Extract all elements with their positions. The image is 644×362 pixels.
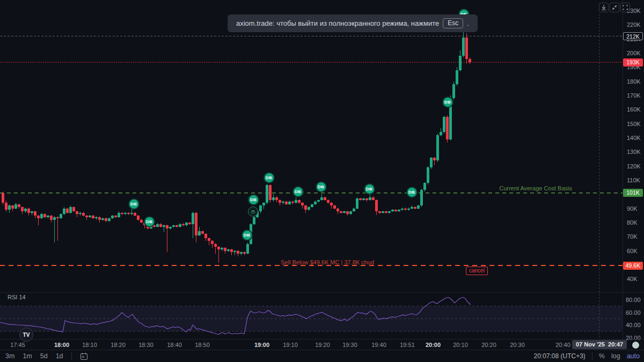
price-tick: 120K: [627, 163, 641, 169]
candle-body: [172, 225, 175, 227]
candle-body: [446, 117, 449, 139]
candle-body: [298, 200, 301, 203]
candle-body: [211, 241, 214, 243]
candle-body: [63, 209, 65, 215]
db-trade-marker[interactable]: DB: [144, 216, 155, 227]
candle-body: [317, 200, 320, 202]
interval-button-1m[interactable]: 1m: [23, 352, 32, 360]
candle-body: [262, 203, 265, 205]
sell-below-label: Sell Below $49.6K MC | 37.8K chud: [281, 259, 374, 265]
candle-body: [182, 224, 185, 226]
interval-button-3m[interactable]: 3m: [5, 352, 14, 360]
cancel-button[interactable]: cancel: [466, 267, 488, 275]
candle-body: [423, 183, 426, 190]
db-trade-marker[interactable]: DB: [364, 183, 375, 195]
candle-body: [266, 185, 268, 203]
candle-body: [327, 200, 330, 203]
candle-body: [21, 207, 24, 211]
auto-scale-button[interactable]: auto: [627, 352, 640, 360]
time-axis[interactable]: 17:4518:0018:1018:2018:3018:4018:5019:00…: [0, 339, 644, 350]
time-tick: 20:40: [555, 342, 570, 348]
candle-body: [121, 213, 123, 215]
cost-basis-price-label: 101K: [623, 189, 643, 197]
db-trade-marker[interactable]: DB: [292, 186, 304, 197]
candle-body: [118, 213, 120, 217]
candle-body: [92, 216, 94, 218]
candle-body: [233, 251, 236, 253]
price-axis[interactable]: 230K220K210K200K190K180K170K160K150K140K…: [623, 0, 644, 339]
candle-body: [50, 216, 53, 220]
time-tick: 18:40: [167, 342, 182, 348]
candle-body: [375, 200, 378, 211]
esc-key: Esc: [443, 18, 463, 28]
tv-logo-glyph: TV: [23, 332, 30, 338]
db-trade-marker[interactable]: DB: [248, 194, 259, 205]
candle-body: [430, 158, 433, 167]
time-tick: 18:20: [111, 342, 126, 348]
candle-body: [414, 207, 416, 209]
candle-body: [72, 207, 75, 211]
interval-button-5d[interactable]: 5d: [40, 352, 48, 360]
tradingview-logo[interactable]: TV: [19, 328, 33, 342]
last-price-label: 193K: [623, 58, 643, 67]
candle-body: [427, 167, 429, 183]
pane-divider[interactable]: [0, 292, 644, 293]
price-tick: 220K: [627, 21, 641, 28]
scroll-down-button[interactable]: [599, 3, 609, 12]
time-tick: 19:10: [283, 342, 298, 348]
banner-text-after: .: [467, 19, 469, 27]
log-scale-button[interactable]: log: [611, 352, 620, 360]
date-time-label: 07 Nov '25 20:47: [572, 340, 627, 349]
candle-body: [269, 185, 272, 200]
candle-body: [420, 190, 423, 205]
candle-body: [60, 214, 62, 218]
db-trade-marker[interactable]: DB: [128, 198, 140, 210]
db-trade-marker[interactable]: DB: [241, 230, 253, 241]
candle-body: [214, 244, 217, 247]
candle-body: [47, 216, 49, 217]
candle-body: [105, 218, 107, 221]
db-trade-marker[interactable]: DB: [316, 181, 327, 193]
candle-body: [314, 202, 317, 204]
candle-body: [356, 198, 358, 208]
rsi-tick: 40.00: [626, 322, 641, 328]
candle-body: [201, 231, 204, 234]
db-trade-marker[interactable]: DB: [264, 172, 275, 183]
fullscreen-button[interactable]: [620, 3, 630, 12]
arrow-down-icon: [601, 5, 606, 10]
price-tick: 130K: [627, 149, 641, 155]
candle-body: [198, 231, 201, 235]
go-to-date-icon[interactable]: [80, 352, 89, 360]
exit-fullscreen-button[interactable]: [610, 3, 619, 12]
candle-body: [237, 251, 239, 254]
time-tick: 19:20: [315, 342, 330, 348]
clock[interactable]: 20:07:08 (UTC+3): [533, 352, 585, 360]
candle-body: [185, 223, 188, 225]
candle-body: [436, 135, 439, 160]
candle-body: [462, 38, 465, 56]
candle-body: [346, 211, 349, 214]
candle-body: [34, 211, 36, 216]
time-tick: 19:51: [400, 342, 415, 348]
time-tick: 20:00: [426, 342, 441, 348]
candle-body: [452, 84, 455, 98]
collapse-icon: [612, 5, 617, 10]
percent-scale-button[interactable]: %: [599, 352, 605, 360]
candle-body: [37, 216, 40, 218]
price-tick: 80K: [627, 219, 638, 226]
candlestick-chart-canvas[interactable]: [0, 0, 644, 339]
candle-body: [394, 210, 397, 211]
candle-body: [365, 198, 368, 200]
candle-body: [333, 205, 336, 208]
rsi-tick: 80.00: [626, 297, 641, 303]
db-trade-marker[interactable]: DB: [406, 187, 418, 198]
candle-body: [291, 202, 294, 203]
interval-button-1d[interactable]: 1d: [56, 352, 63, 360]
candle-body: [362, 198, 365, 200]
rsi-indicator-title[interactable]: RSI 14: [8, 294, 26, 300]
candle-body: [124, 213, 127, 215]
candle-body: [311, 204, 313, 207]
candle-body: [391, 210, 394, 211]
price-tick: 160K: [627, 106, 641, 113]
db-trade-marker[interactable]: DB: [442, 97, 453, 108]
